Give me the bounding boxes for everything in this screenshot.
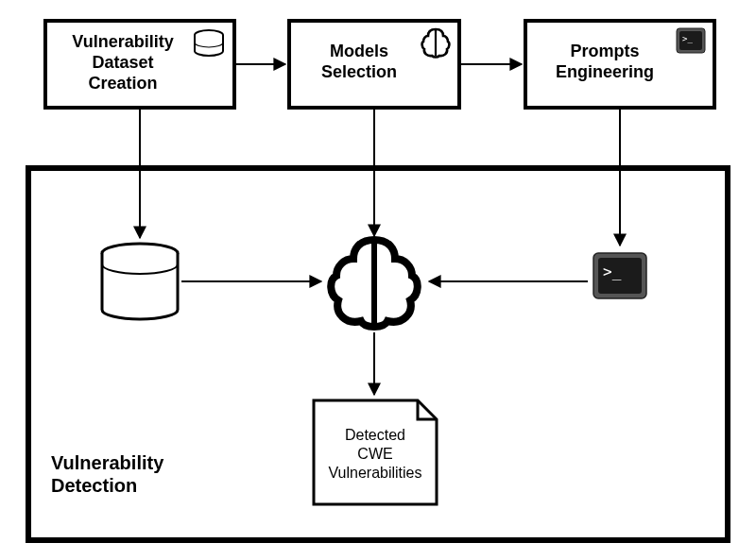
output-line1: Detected: [345, 427, 405, 443]
diagram-canvas: >_ >_: [0, 0, 756, 560]
database-icon: [195, 30, 223, 56]
box-prompts-line1: Prompts: [570, 42, 639, 60]
box-models-selection: Models Selection: [289, 21, 459, 108]
output-line3: Vulnerabilities: [328, 465, 421, 481]
box-dataset-line1: Vulnerability: [72, 32, 173, 51]
terminal-icon: [677, 28, 705, 53]
box-models-line1: Models: [330, 42, 388, 60]
box-dataset-line2: Dataset: [92, 53, 153, 72]
box-prompts-line2: Engineering: [556, 62, 654, 81]
box-dataset-creation: Vulnerability Dataset Creation: [45, 21, 234, 108]
output-document: Detected CWE Vulnerabilities: [314, 400, 437, 504]
box-prompts-engineering: Prompts Engineering: [525, 21, 714, 108]
container-title-line2: Detection: [51, 475, 137, 496]
box-models-line2: Selection: [321, 62, 397, 81]
container-title-line1: Vulnerability: [51, 452, 164, 473]
database-node: [102, 244, 178, 319]
box-dataset-line3: Creation: [88, 74, 157, 93]
output-line2: CWE: [357, 446, 392, 462]
terminal-node: [593, 253, 646, 298]
